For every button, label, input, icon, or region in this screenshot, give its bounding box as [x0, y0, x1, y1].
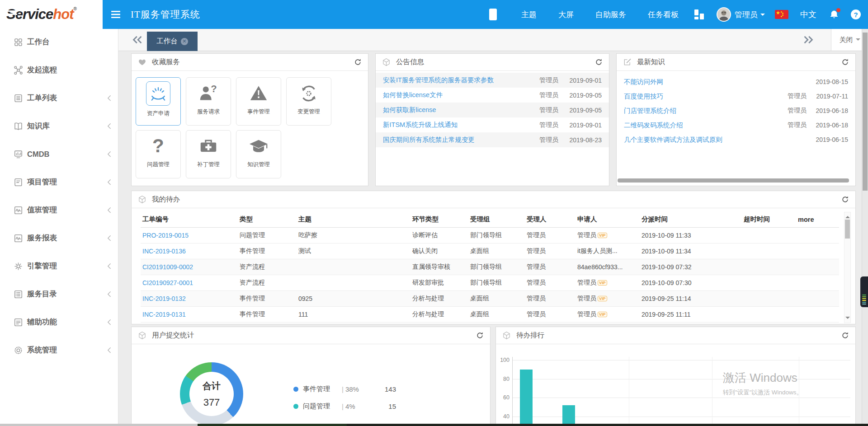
- announcement-date: 2019-09-01: [558, 122, 602, 129]
- service-tile-2[interactable]: ?服务请求: [186, 77, 231, 126]
- help-icon[interactable]: ?: [851, 9, 861, 19]
- order-link[interactable]: INC-2019-0136: [142, 248, 186, 255]
- sidebar-item-11[interactable]: 辅助功能: [0, 313, 118, 331]
- service-tile-1[interactable]: 资产申请: [136, 77, 181, 126]
- refresh-icon[interactable]: [595, 58, 603, 66]
- announcement-row: 新ITSM系统升级上线通知 管理员 2019-09-01: [376, 117, 609, 132]
- notifications-bell-icon[interactable]: [829, 9, 839, 19]
- todos-more-link[interactable]: more: [796, 212, 839, 227]
- service-tile-4[interactable]: 变更管理: [286, 77, 331, 126]
- refresh-icon[interactable]: [841, 196, 849, 203]
- chevron-left-icon: [107, 179, 111, 185]
- table-row[interactable]: INC-2019-0131事件管理111分析与处理桌面组管理员管理员VIP201…: [141, 306, 839, 322]
- page-scrollbar[interactable]: [862, 29, 868, 426]
- gridline: [629, 357, 629, 426]
- order-link[interactable]: CI20191009-0002: [142, 263, 193, 271]
- panel-title: 公告信息: [396, 57, 424, 67]
- service-tile-6[interactable]: 补丁管理: [186, 130, 231, 178]
- nav-selfservice[interactable]: 自助服务: [585, 9, 637, 20]
- change-icon: [298, 83, 319, 104]
- edit-icon: [623, 58, 632, 66]
- nav-taskboard[interactable]: 任务看板: [637, 9, 689, 20]
- knowledge-row: 二维码发码系统介绍 管理员 2019-06-18: [617, 118, 855, 132]
- patch-icon: [198, 136, 219, 157]
- refresh-icon[interactable]: [476, 332, 484, 339]
- order-link[interactable]: CI20190927-0001: [142, 279, 193, 286]
- apps-grid-icon[interactable]: [694, 9, 704, 19]
- sidebar-item-label: 服务报表: [27, 233, 57, 243]
- sidebar-item-5[interactable]: CMDB: [0, 145, 118, 163]
- chevron-left-icon: [107, 235, 111, 241]
- nav-bigscreen[interactable]: 大屏: [547, 9, 585, 20]
- user-avatar[interactable]: [717, 7, 731, 22]
- table-row[interactable]: CI20191009-0002资产流程直属领导审核部门领导组管理员84ae860…: [141, 259, 839, 275]
- sidebar-item-4[interactable]: 知识库: [0, 117, 118, 135]
- sidebar-item-12[interactable]: 系统管理: [0, 341, 118, 359]
- chevron-left-icon: [107, 347, 111, 353]
- hamburger-menu-icon[interactable]: [111, 10, 121, 19]
- refresh-icon[interactable]: [841, 58, 849, 66]
- announcement-link[interactable]: 如何替换license文件: [383, 91, 529, 99]
- legend-label: 问题管理: [303, 402, 342, 411]
- knowledge-link[interactable]: 不能访问外网: [624, 78, 775, 86]
- announcement-author: 管理员: [529, 106, 558, 114]
- tab-scroll-left-icon[interactable]: [132, 34, 143, 45]
- table-row[interactable]: INC-2019-0136事件管理测试确认关闭桌面组管理员it服务人员测...2…: [141, 243, 839, 259]
- knowledge-link[interactable]: 门店管理系统介绍: [624, 107, 775, 115]
- tab-workbench[interactable]: 工作台 ✕: [147, 32, 198, 51]
- knowledge-link[interactable]: 百度使用技巧: [624, 92, 775, 101]
- knowledge-link[interactable]: 几个主要软件调试方法及调试原则: [624, 136, 775, 144]
- tab-close-icon[interactable]: ✕: [181, 38, 188, 45]
- sidebar-item-2[interactable]: 发起流程: [0, 61, 118, 79]
- announcement-link[interactable]: 新ITSM系统升级上线通知: [383, 121, 529, 129]
- tab-scroll-right-icon[interactable]: [803, 34, 814, 45]
- sidebar-item-1[interactable]: 工作台: [0, 33, 118, 51]
- fullscreen-icon[interactable]: [489, 9, 497, 20]
- language-switch[interactable]: 中文: [800, 9, 816, 20]
- table-row[interactable]: CI20190927-0001资产流程研发部审批部门领导组管理员管理员VIP20…: [141, 275, 839, 290]
- announcement-link[interactable]: 安装IT服务管理系统的服务器要求参数: [383, 76, 529, 84]
- sidebar-item-9[interactable]: 引擎管理: [0, 257, 118, 275]
- knowledge-icon: [248, 136, 269, 157]
- catalog-icon: [14, 290, 23, 299]
- todos-table: 工单编号类型主题环节类型受理组受理人申请人分派时间超时时间more PRO-20…: [141, 212, 839, 324]
- announcement-link[interactable]: 国庆期间所有系统禁止常规变更: [383, 136, 529, 144]
- knowledge-link[interactable]: 二维码发码系统介绍: [624, 121, 775, 130]
- scrollbar-thumb[interactable]: [845, 220, 850, 239]
- announcement-author: 管理员: [529, 136, 558, 144]
- scroll-up-icon[interactable]: [845, 214, 850, 218]
- knowledge-date: 2019-08-15: [807, 78, 848, 85]
- announcement-link[interactable]: 如何获取新license: [383, 106, 529, 114]
- bar: [562, 405, 575, 426]
- table-row[interactable]: INC-2019-0132事件管理0925分析与处理桌面组管理员管理员VIP20…: [141, 290, 839, 306]
- windows-activation-watermark: 激活 Windows 转到"设置"以激活 Windows。: [723, 370, 802, 397]
- refresh-icon[interactable]: [354, 58, 362, 66]
- horizontal-scrollbar[interactable]: [618, 178, 849, 183]
- browser-extension-widget[interactable]: [860, 276, 868, 307]
- sidebar-item-6[interactable]: 项目管理: [0, 173, 118, 191]
- sidebar-item-8[interactable]: 服务报表: [0, 229, 118, 247]
- column-header: 工单编号: [141, 212, 238, 227]
- scroll-down-icon[interactable]: [845, 317, 850, 321]
- panel-title: 收藏服务: [152, 57, 180, 67]
- chevron-left-icon: [107, 263, 111, 269]
- order-link[interactable]: INC-2019-0132: [142, 295, 186, 302]
- order-link[interactable]: PRO-2019-0015: [142, 232, 189, 239]
- cube-icon: [382, 58, 391, 66]
- nav-theme[interactable]: 主题: [510, 9, 547, 20]
- sidebar-item-label: 值班管理: [27, 205, 57, 215]
- order-link[interactable]: INC-2019-0131: [142, 311, 186, 318]
- page-scrollbar-thumb[interactable]: [863, 33, 868, 191]
- sidebar-item-7[interactable]: 值班管理: [0, 201, 118, 219]
- service-tile-3[interactable]: 事件管理: [236, 77, 281, 126]
- table-row[interactable]: PRO-2019-0015问题管理吃萨擦诊断评估部门领导组管理员管理员VIP20…: [141, 227, 839, 243]
- sidebar-item-3[interactable]: 工单列表: [0, 89, 118, 107]
- vertical-scrollbar[interactable]: [844, 212, 851, 323]
- table-row[interactable]: 资产流程部门领导组管理员管理员: [141, 322, 839, 324]
- service-tile-7[interactable]: 知识管理: [236, 130, 281, 178]
- service-tile-5[interactable]: ?问题管理: [136, 130, 181, 178]
- sidebar-item-10[interactable]: 服务目录: [0, 285, 118, 303]
- refresh-icon[interactable]: [841, 332, 849, 339]
- user-menu[interactable]: 管理员: [735, 9, 765, 20]
- flag-icon[interactable]: ★: [775, 10, 788, 19]
